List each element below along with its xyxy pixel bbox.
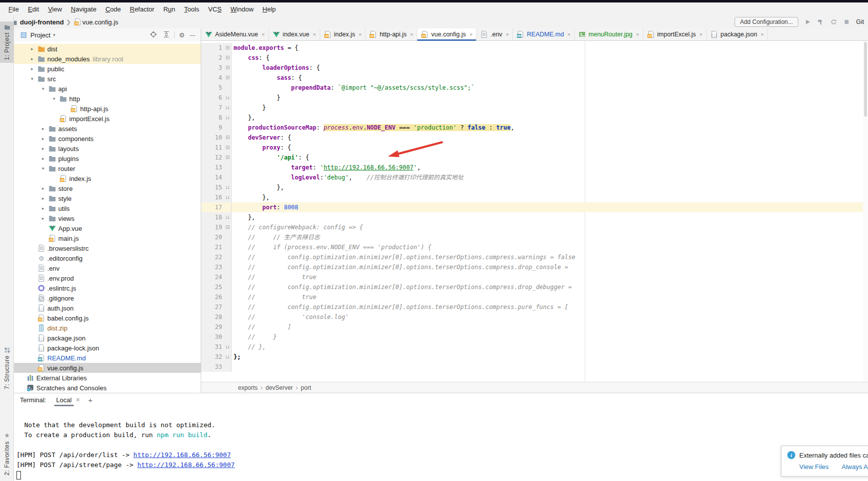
editor-scrollbar-thumb[interactable] [864, 42, 867, 117]
tree-item-assets[interactable]: ▸assets [14, 124, 201, 134]
menu-item-file[interactable]: File [4, 4, 23, 14]
tree-item-main-js[interactable]: JSmain.js [14, 233, 201, 243]
close-icon[interactable]: × [699, 31, 702, 37]
code-line-31[interactable]: 31⊔ // }, [201, 342, 868, 352]
chevron-down-icon[interactable]: ▾ [38, 86, 48, 91]
menu-item-view[interactable]: View [43, 4, 66, 14]
code-line-15[interactable]: 15⊔ }, [201, 182, 868, 192]
chevron-right-icon[interactable]: ▸ [27, 66, 37, 71]
fold-marker[interactable]: ⊟ [224, 53, 232, 63]
hide-icon[interactable]: — [190, 32, 195, 38]
notification-action-view-files[interactable]: View Files [799, 463, 829, 471]
fold-marker[interactable]: ⊟ [224, 153, 232, 162]
menu-item-run[interactable]: Run [159, 4, 180, 14]
menu-item-vcs[interactable]: VCS [204, 4, 226, 14]
chevron-right-icon[interactable]: ▸ [38, 196, 48, 201]
code-editor[interactable]: 1⊟module.exports = {2⊟ css: {3⊟ loaderOp… [201, 41, 868, 382]
editor-tab-importexcel-js[interactable]: JSimportExcel.js× [643, 28, 707, 40]
project-panel-title[interactable]: Project [30, 31, 50, 39]
editor-tab-readme-md[interactable]: MDREADME.md× [513, 28, 575, 40]
tree-item--gitignore[interactable]: .gitignore [14, 293, 201, 303]
chevron-right-icon[interactable]: ▸ [38, 186, 48, 191]
menu-item-help[interactable]: Help [258, 4, 280, 14]
breadcrumb-devServer[interactable]: devServer [265, 384, 293, 391]
tree-item-plugins[interactable]: ▸plugins [14, 154, 201, 163]
fold-marker[interactable]: ⊔ [224, 93, 232, 103]
fold-marker[interactable]: ⊟ [224, 143, 232, 153]
terminal-url-link[interactable]: http://192.168.66.56:9007 [137, 461, 235, 469]
tree-item-external-libraries[interactable]: External Libraries [14, 373, 201, 383]
url-link[interactable]: http://192.168.66.56:9007 [324, 164, 414, 171]
add-terminal-icon[interactable]: + [88, 396, 93, 404]
close-icon[interactable]: × [359, 31, 362, 37]
chevron-right-icon[interactable]: ▸ [27, 56, 37, 61]
code-line-18[interactable]: 18⊔ }, [201, 212, 868, 222]
gear-icon[interactable]: ⚙ [179, 31, 185, 39]
code-line-24[interactable]: 24 // true [201, 272, 868, 282]
breadcrumb-project[interactable]: duoji-frontend [20, 18, 64, 26]
code-line-2[interactable]: 2⊟ css: { [201, 53, 868, 63]
tree-item-router[interactable]: ▾router [14, 163, 201, 173]
menu-item-refactor[interactable]: Refactor [125, 4, 159, 14]
tree-item-babel-config-js[interactable]: JSbabel.config.js [14, 313, 201, 323]
tree-item-package-json[interactable]: {;}package.json [14, 333, 201, 343]
fold-marker[interactable]: ⊟ [224, 133, 232, 143]
code-line-32[interactable]: 32⊔}; [201, 352, 868, 362]
fold-marker[interactable]: ⊔ [224, 182, 232, 192]
close-icon[interactable]: × [410, 31, 413, 37]
editor-tab-index-js[interactable]: JSindex.js× [320, 28, 366, 40]
code-line-1[interactable]: 1⊟module.exports = { [201, 43, 868, 53]
tree-item-http-api-js[interactable]: JShttp-api.js [14, 104, 201, 114]
close-icon[interactable]: × [506, 31, 509, 37]
code-line-26[interactable]: 26 // true [201, 292, 868, 302]
tree-item--editorconfig[interactable]: ⚙.editorconfig [14, 253, 201, 263]
tree-item--browserslistrc[interactable]: .browserslistrc [14, 243, 201, 253]
tree-item-package-lock-json[interactable]: {;}package-lock.json [14, 343, 201, 353]
tree-item-src[interactable]: ▾src [14, 74, 201, 84]
code-line-7[interactable]: 7⊔ } [201, 103, 868, 113]
code-line-20[interactable]: 20 // // 生产去除日志 [201, 232, 868, 242]
fold-marker[interactable]: ⊔ [224, 192, 232, 202]
fold-marker[interactable]: ⊟ [224, 43, 232, 53]
tree-item-scratches-and-consoles[interactable]: Scratches and Consoles [14, 383, 201, 393]
fold-marker[interactable]: ⊔ [224, 342, 232, 352]
editor-tab-vue-config-js[interactable]: JSvue.config.js× [417, 28, 477, 40]
tree-item--eslintrc-js[interactable]: .eslintrc.js [14, 283, 201, 293]
tree-item-views[interactable]: ▸views [14, 213, 201, 223]
close-icon[interactable]: × [313, 31, 316, 37]
code-line-21[interactable]: 21 // if (process.env.NODE_ENV === 'prod… [201, 242, 868, 252]
stripe-tab----structure[interactable]: 7: Structure [0, 344, 14, 392]
close-icon[interactable]: × [636, 31, 639, 37]
chevron-down-icon[interactable]: ▾ [27, 76, 37, 81]
code-line-25[interactable]: 25 // config.optimization.minimizer[0].o… [201, 282, 868, 292]
fold-marker[interactable]: ⊔ [224, 212, 232, 222]
tree-item-api[interactable]: ▾api [14, 84, 201, 94]
breadcrumb-exports[interactable]: exports [238, 384, 257, 391]
fold-marker[interactable]: ⊔ [224, 103, 232, 113]
tree-item-auth-json[interactable]: {;}auth.json [14, 303, 201, 313]
code-line-16[interactable]: 16⊔ }, [201, 192, 868, 202]
tree-item-components[interactable]: ▸components [14, 134, 201, 144]
breadcrumb-file[interactable]: vue.config.js [82, 18, 118, 26]
chevron-down-icon[interactable]: ▾ [49, 96, 59, 101]
terminal-tab-local[interactable]: Local [55, 395, 73, 405]
close-icon[interactable]: × [470, 31, 473, 37]
code-line-23[interactable]: 23 // config.optimization.minimizer[0].o… [201, 262, 868, 272]
run-icon[interactable] [803, 17, 812, 26]
code-line-13[interactable]: 13 target: 'http://192.168.66.56:9007', [201, 162, 868, 172]
tree-item--env-prod[interactable]: .env.prod [14, 273, 201, 283]
editor-tab-menurouter-jpg[interactable]: menuRouter.jpg× [575, 28, 643, 40]
code-line-27[interactable]: 27 // config.optimization.minimizer[0].o… [201, 302, 868, 312]
code-line-19[interactable]: 19⊟ // configureWebpack: config => { [201, 222, 868, 232]
fold-marker[interactable]: ⊟ [224, 63, 232, 73]
sync-icon[interactable] [829, 17, 838, 26]
tree-item-utils[interactable]: ▸utils [14, 203, 201, 213]
menu-item-tools[interactable]: Tools [180, 4, 204, 14]
code-line-30[interactable]: 30 // } [201, 332, 868, 342]
code-line-17[interactable]: 17 port: 8008 [201, 202, 868, 212]
code-line-3[interactable]: 3⊟ loaderOptions: { [201, 63, 868, 73]
code-line-22[interactable]: 22 // config.optimization.minimizer[0].o… [201, 252, 868, 262]
chevron-right-icon[interactable]: ▸ [38, 146, 48, 151]
stripe-tab----project[interactable]: 1: Project [0, 21, 14, 63]
menu-item-window[interactable]: Window [226, 4, 258, 14]
